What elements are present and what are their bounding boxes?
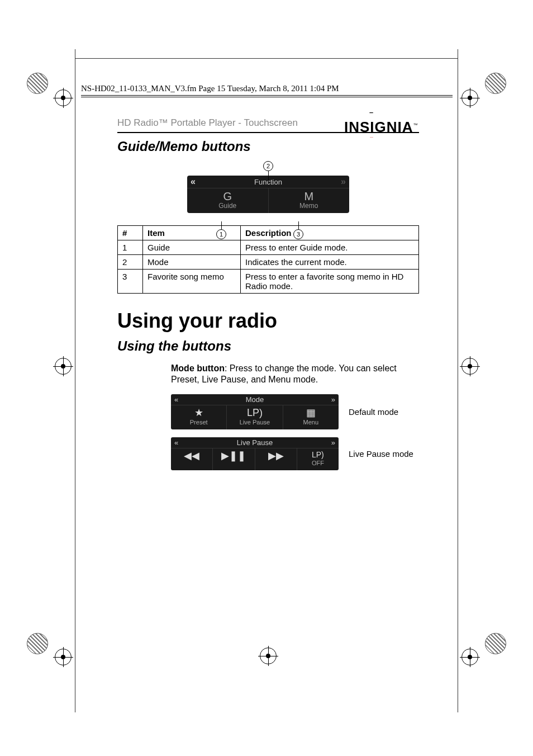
footer-page-number: 15: [297, 0, 419, 605]
register-disc-icon: [485, 633, 506, 654]
register-disc-icon: [27, 73, 48, 94]
register-mark-icon: [55, 89, 72, 106]
register-mark-icon: [55, 649, 72, 665]
register-disc-icon: [485, 73, 506, 94]
register-mark-icon: [461, 358, 478, 375]
crop-rule-left: [75, 49, 75, 712]
register-mark-icon: [461, 89, 478, 106]
register-mark-icon: [55, 358, 72, 375]
register-disc-icon: [27, 633, 48, 654]
register-mark-icon: [461, 649, 478, 665]
register-mark-icon: [260, 648, 277, 664]
crop-rule-right: [458, 49, 458, 712]
